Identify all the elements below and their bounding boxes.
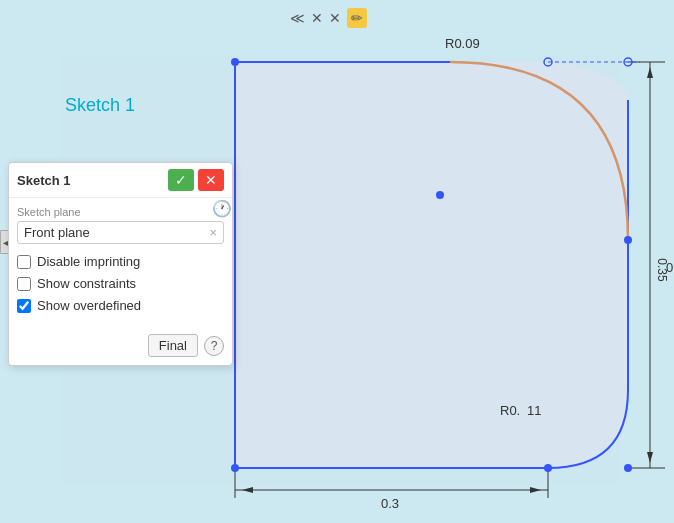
disable-imprinting-label[interactable]: Disable imprinting [37, 254, 140, 269]
sketch-panel: Sketch 1 ✓ ✕ Sketch plane Front plane × … [8, 162, 233, 366]
sketch-plane-value: Front plane [24, 225, 90, 240]
clock-button[interactable]: 🕐 [210, 196, 234, 220]
sketch-plane-clear[interactable]: × [209, 225, 217, 240]
show-overdefined-label[interactable]: Show overdefined [37, 298, 141, 313]
help-button[interactable]: ? [204, 336, 224, 356]
toolbar-icon-2[interactable]: ✕ [311, 10, 323, 26]
show-constraints-row: Show constraints [17, 276, 224, 291]
confirm-button[interactable]: ✓ [168, 169, 194, 191]
panel-header: Sketch 1 ✓ ✕ [9, 163, 232, 198]
toolbar-icon-pencil[interactable]: ✏ [347, 8, 367, 28]
show-constraints-checkbox[interactable] [17, 277, 31, 291]
show-overdefined-row: Show overdefined [17, 298, 224, 313]
panel-title: Sketch 1 [17, 173, 70, 188]
toolbar-icon-3[interactable]: ✕ [329, 10, 341, 26]
panel-footer: Final ? [9, 328, 232, 365]
toolbar-icon-1[interactable]: ≪ [290, 10, 305, 26]
toolbar: ≪ ✕ ✕ ✏ [290, 8, 367, 28]
disable-imprinting-checkbox[interactable] [17, 255, 31, 269]
disable-imprinting-row: Disable imprinting [17, 254, 224, 269]
panel-body: Sketch plane Front plane × Disable impri… [9, 198, 232, 328]
sketch-plane-label: Sketch plane [17, 206, 224, 218]
show-overdefined-checkbox[interactable] [17, 299, 31, 313]
final-button[interactable]: Final [148, 334, 198, 357]
show-constraints-label[interactable]: Show constraints [37, 276, 136, 291]
panel-action-buttons: ✓ ✕ [168, 169, 224, 191]
cancel-button[interactable]: ✕ [198, 169, 224, 191]
sketch-plane-field: Front plane × [17, 221, 224, 244]
canvas-sketch-label: Sketch 1 [65, 95, 135, 116]
